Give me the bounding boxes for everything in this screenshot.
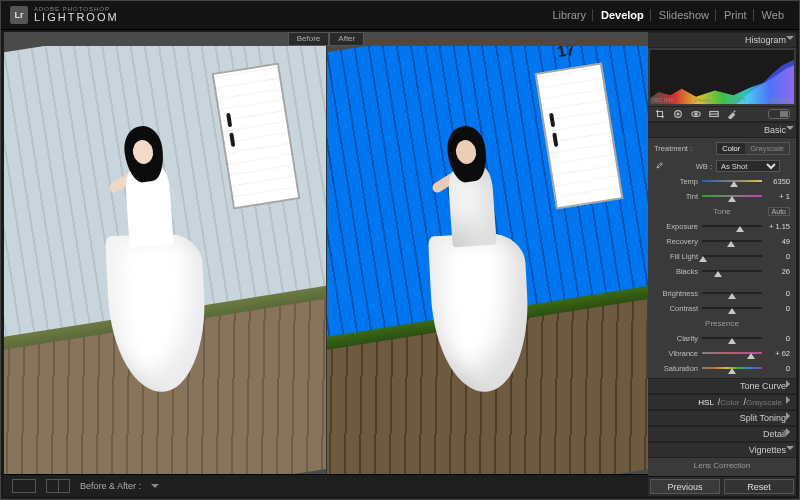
door-number: 17: [556, 46, 576, 61]
app-header: Lr ADOBE PHOTOSHOP LIGHTROOM Library Dev…: [0, 0, 800, 30]
module-library[interactable]: Library: [546, 9, 593, 21]
chevron-down-icon: [786, 446, 794, 454]
tint-label: Tint: [654, 192, 698, 201]
contrast-slider[interactable]: [702, 304, 762, 312]
treatment-label: Treatment :: [654, 144, 692, 153]
histogram-aperture: f / 3.5: [731, 97, 746, 103]
exposure-label: Exposure: [654, 222, 698, 231]
blacks-slider[interactable]: [702, 267, 762, 275]
tint-value: + 1: [766, 192, 790, 201]
module-tabs: Library Develop Slideshow Print Web: [546, 9, 790, 21]
compare-view-button[interactable]: [46, 479, 70, 493]
filllight-label: Fill Light: [654, 252, 698, 261]
contrast-label: Contrast: [654, 304, 698, 313]
chevron-left-icon: [786, 428, 794, 436]
vibrance-value: + 62: [766, 349, 790, 358]
svg-point-3: [695, 113, 698, 116]
brightness-slider[interactable]: [702, 289, 762, 297]
temp-label: Temp: [654, 177, 698, 186]
lens-correction-title: Lens Correction: [654, 461, 790, 470]
crop-tool-icon[interactable]: [654, 108, 666, 120]
recovery-value: 49: [766, 237, 790, 246]
svg-point-1: [677, 113, 679, 115]
tool-strip: [648, 106, 796, 122]
basic-header[interactable]: Basic: [648, 122, 796, 138]
histogram-iso: ISO 640: [652, 97, 674, 103]
before-tab[interactable]: Before: [288, 32, 330, 46]
reset-button[interactable]: Reset: [724, 479, 794, 494]
brand: Lr ADOBE PHOTOSHOP LIGHTROOM: [10, 6, 119, 24]
tone-group-title: Tone Auto: [654, 207, 790, 216]
blacks-value: 26: [766, 267, 790, 276]
after-pane[interactable]: 17: [326, 46, 649, 474]
module-slideshow[interactable]: Slideshow: [653, 9, 716, 21]
filllight-value: 0: [766, 252, 790, 261]
saturation-slider[interactable]: [702, 364, 762, 372]
view-mode-label: Before & After :: [80, 481, 141, 491]
vignettes-header[interactable]: Vignettes: [648, 442, 796, 458]
clarity-value: 0: [766, 334, 790, 343]
presence-group-title: Presence: [654, 319, 790, 328]
module-develop[interactable]: Develop: [595, 9, 651, 21]
histogram-header[interactable]: Histogram: [648, 32, 796, 48]
treatment-toggle: Color Grayscale: [716, 142, 790, 155]
tint-slider[interactable]: [702, 192, 762, 200]
auto-tone-button[interactable]: Auto: [768, 207, 790, 216]
contrast-value: 0: [766, 304, 790, 313]
wb-preset-select[interactable]: As Shot: [716, 160, 780, 172]
histogram[interactable]: ISO 640 24mm f / 3.5 1/500 sec: [650, 50, 794, 104]
app-logo: Lr: [10, 6, 28, 24]
chevron-down-icon: [786, 126, 794, 134]
brand-product: LIGHTROOM: [34, 12, 119, 23]
chevron-left-icon: [786, 380, 794, 388]
split-toning-header[interactable]: Split Toning: [648, 410, 796, 426]
wb-eyedropper-icon[interactable]: [654, 161, 664, 171]
clarity-slider[interactable]: [702, 334, 762, 342]
adj-brush-icon[interactable]: [726, 108, 738, 120]
temp-value: 6350: [766, 177, 790, 186]
exposure-slider[interactable]: [702, 222, 762, 230]
wb-label: WB :: [668, 162, 712, 171]
panel-switch-toggle[interactable]: [768, 109, 790, 119]
temp-slider[interactable]: [702, 177, 762, 185]
vibrance-label: Vibrance: [654, 349, 698, 358]
blacks-label: Blacks: [654, 267, 698, 276]
after-tab[interactable]: After: [329, 32, 364, 46]
module-web[interactable]: Web: [756, 9, 790, 21]
hsl-header[interactable]: HSL/Color/Grayscale: [648, 394, 796, 410]
tone-curve-header[interactable]: Tone Curve: [648, 378, 796, 394]
chevron-down-icon: [786, 36, 794, 44]
chevron-left-icon: [786, 396, 794, 404]
treatment-grayscale[interactable]: Grayscale: [745, 143, 789, 154]
loupe-view-button[interactable]: [12, 479, 36, 493]
bottom-toolbar: Before & After :: [4, 474, 648, 496]
grad-filter-icon[interactable]: [708, 108, 720, 120]
basic-panel: Treatment : Color Grayscale WB : As Shot…: [648, 138, 796, 378]
brightness-label: Brightness: [654, 289, 698, 298]
chevron-left-icon: [786, 412, 794, 420]
before-after-tabs: Before After: [4, 32, 648, 46]
develop-right-panel: Histogram ISO 640 24mm f / 3.5 1/500 sec: [648, 32, 796, 496]
filllight-slider[interactable]: [702, 252, 762, 260]
panel-footer: Previous Reset: [648, 476, 796, 496]
treatment-color[interactable]: Color: [717, 143, 745, 154]
detail-header[interactable]: Detail: [648, 426, 796, 442]
histogram-focal: 24mm: [694, 97, 711, 103]
view-mode-dropdown-icon[interactable]: [151, 484, 159, 492]
spot-removal-icon[interactable]: [672, 108, 684, 120]
before-pane[interactable]: [4, 46, 326, 474]
previous-button[interactable]: Previous: [650, 479, 720, 494]
canvas-area: Before After: [4, 32, 648, 496]
vignettes-panel: Lens Correction Amount- 29 Midpoint50: [648, 458, 796, 476]
vibrance-slider[interactable]: [702, 349, 762, 357]
exposure-value: + 1.15: [766, 222, 790, 231]
module-print[interactable]: Print: [718, 9, 754, 21]
saturation-value: 0: [766, 364, 790, 373]
histogram-shutter: 1/500 sec: [766, 97, 792, 103]
saturation-label: Saturation: [654, 364, 698, 373]
clarity-label: Clarity: [654, 334, 698, 343]
recovery-slider[interactable]: [702, 237, 762, 245]
recovery-label: Recovery: [654, 237, 698, 246]
redeye-tool-icon[interactable]: [690, 108, 702, 120]
brightness-value: 0: [766, 289, 790, 298]
